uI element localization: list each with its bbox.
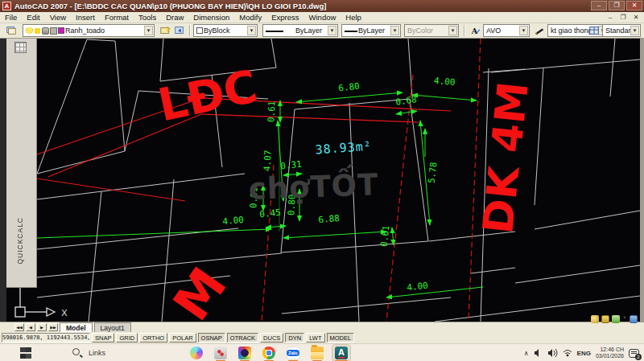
dimension-text: 5.78 (427, 162, 440, 184)
lineweight-sample-icon (345, 31, 357, 32)
dimension-text: 4.00 (222, 215, 245, 227)
dimension-text: 0.61 (379, 225, 392, 248)
doc-restore-button[interactable]: ❐ (618, 14, 628, 21)
chevron-down-icon[interactable]: ▼ (630, 26, 639, 35)
tab-first-button[interactable]: ◀◀ (14, 323, 24, 331)
scrollbar-track[interactable] (640, 39, 644, 322)
toggle-model[interactable]: MODEL (327, 333, 355, 343)
coordinates-readout[interactable]: 598016.9878, 1192443.5534, 0.0000 (2, 333, 90, 343)
tab-model[interactable]: Model (60, 322, 93, 332)
toolbar-lock-icon[interactable] (601, 315, 609, 323)
menu-item-help[interactable]: Help (341, 13, 366, 22)
clock[interactable]: 12:46 CH 03/01/2026 (596, 347, 624, 359)
autocad-icon-glyph: A (338, 348, 345, 359)
layer-previous-icon[interactable] (173, 24, 186, 37)
text-style-icon[interactable]: A (469, 24, 481, 37)
chevron-down-icon[interactable]: ▼ (328, 26, 336, 35)
taskbar-app-chrome[interactable] (260, 345, 278, 361)
toggle-ducs[interactable]: DUCS (260, 333, 283, 343)
menu-item-format[interactable]: Format (100, 13, 134, 22)
tray-chevron-icon[interactable]: ▼ (622, 315, 627, 323)
taskbar-app-autocad[interactable]: A (332, 345, 350, 361)
communication-center-icon[interactable] (591, 315, 599, 323)
color-combobox[interactable]: ByBlock ▼ (193, 24, 258, 37)
quickcalc-icon[interactable] (14, 42, 27, 53)
menu-item-edit[interactable]: Edit (22, 13, 44, 22)
system-tray: ∧ ENG 12:46 CH 03/01/2026 2 (524, 344, 639, 361)
layer-lock-icon[interactable] (42, 27, 49, 35)
taskbar-apps: ZaloA (188, 345, 350, 361)
layer-freeze-icon[interactable] (34, 27, 41, 35)
toggle-dyn[interactable]: DYN (285, 333, 304, 343)
restore-button[interactable]: ❐ (609, 1, 625, 10)
toggle-ortho[interactable]: ORTHO (139, 333, 167, 343)
status-bar: 598016.9878, 1192443.5534, 0.0000 SNAPGR… (0, 332, 644, 343)
tab-next-button[interactable]: ▶ (37, 323, 47, 331)
time-text: 12:46 CH (596, 347, 624, 353)
table-style-icon[interactable] (588, 24, 601, 37)
layer-combobox[interactable]: Ranh_toado ▼ (23, 24, 155, 37)
dimension-text: 6.80 (338, 81, 361, 94)
lineweight-combobox[interactable]: ByLayer ▼ (341, 24, 401, 37)
menu-item-file[interactable]: File (0, 13, 22, 22)
toggle-osnap[interactable]: OSNAP (198, 333, 225, 343)
toggle-polar[interactable]: POLAR (169, 333, 196, 343)
minimize-button[interactable]: – (591, 1, 607, 10)
links-toolbar-label[interactable]: Links (89, 349, 105, 357)
drawing-canvas[interactable]: 6.804.000.610.684.075.780.310.810.800.45… (0, 39, 644, 322)
doc-close-button[interactable]: ✕ (631, 14, 641, 21)
volume-icon[interactable] (547, 349, 558, 357)
close-button[interactable]: ✕ (626, 1, 642, 10)
validation-icon[interactable] (612, 315, 620, 323)
toggle-otrack[interactable]: OTRACK (227, 333, 258, 343)
menu-item-window[interactable]: Window (304, 13, 341, 22)
tablestyle-combobox[interactable]: Standard ▼ (602, 24, 641, 37)
menu-item-express[interactable]: Express (266, 13, 303, 22)
chevron-down-icon[interactable]: ▼ (390, 26, 399, 35)
tab-prev-button[interactable]: ◀ (26, 323, 35, 331)
chevron-down-icon[interactable]: ▼ (247, 26, 256, 35)
tab-last-button[interactable]: ▶▶ (48, 323, 58, 331)
search-icon[interactable] (72, 348, 80, 355)
taskbar-app-photos[interactable] (236, 345, 254, 361)
toggle-snap[interactable]: SNAP (92, 333, 114, 343)
menu-item-insert[interactable]: Insert (71, 13, 100, 22)
tab-layout1[interactable]: Layout1 (94, 322, 131, 332)
taskbar-app-explorer[interactable] (308, 345, 326, 361)
menu-item-draw[interactable]: Draw (161, 13, 188, 22)
menu-item-tools[interactable]: Tools (134, 13, 161, 22)
chevron-down-icon[interactable]: ▼ (144, 26, 153, 35)
layer-plot-icon[interactable] (50, 27, 57, 35)
taskbar-app-copilot[interactable] (188, 345, 205, 361)
network-icon[interactable] (563, 349, 572, 357)
make-layer-current-icon[interactable] (159, 24, 171, 37)
layer-properties-icon[interactable] (5, 24, 18, 37)
toggle-lwt[interactable]: LWT (306, 333, 324, 343)
menu-item-dimension[interactable]: Dimension (188, 13, 234, 22)
start-button[interactable] (20, 347, 31, 359)
speaker-icon[interactable] (534, 349, 543, 357)
hidden-icons-chevron[interactable]: ∧ (524, 350, 529, 357)
language-indicator[interactable]: ENG (577, 350, 591, 357)
taskbar-app-zalo[interactable]: Zalo (284, 345, 302, 361)
notification-center-icon[interactable]: 2 (629, 349, 639, 358)
photos-icon (238, 347, 251, 359)
toggle-grid[interactable]: GRID (116, 333, 138, 343)
title-bar[interactable]: A AutoCAD 2007 - [E:\BDDC CAC QUAN\p10 (… (0, 0, 644, 12)
textstyle-combobox[interactable]: AVO ▼ (483, 24, 530, 37)
linetype-sample-icon (266, 31, 283, 32)
menu-item-view[interactable]: View (45, 13, 71, 22)
windows-taskbar: Links ZaloA ∧ ENG 12:46 CH 03/01/2026 2 (0, 343, 644, 361)
clean-screen-icon[interactable] (630, 315, 638, 323)
menu-item-modify[interactable]: Modify (234, 13, 266, 22)
device-icon (214, 347, 227, 359)
layer-color-swatch[interactable] (58, 27, 64, 34)
chevron-down-icon[interactable]: ▼ (519, 26, 528, 35)
quickcalc-palette-bar[interactable]: QUICKCALC (6, 39, 37, 288)
layer-on-icon[interactable] (26, 27, 33, 35)
taskbar-app-device[interactable] (212, 345, 229, 361)
quickcalc-label: QUICKCALC (16, 217, 24, 265)
doc-minimize-button[interactable]: – (605, 14, 615, 21)
dim-style-icon[interactable] (533, 24, 546, 37)
linetype-combobox[interactable]: ByLayer ▼ (262, 24, 338, 37)
